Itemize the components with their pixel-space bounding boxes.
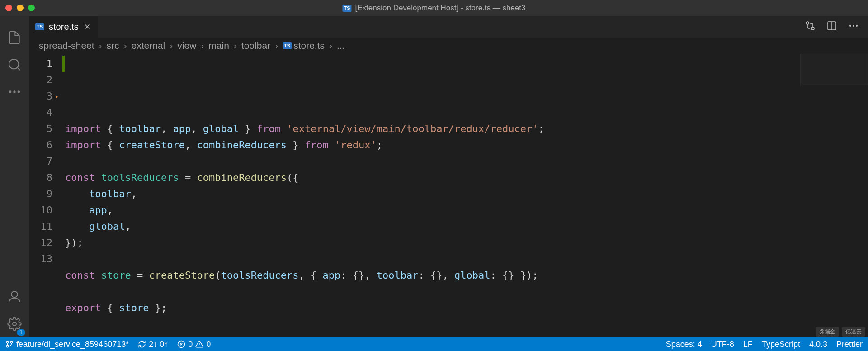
tab-bar: TS store.ts xyxy=(29,16,868,38)
problems-status[interactable]: 0 0 xyxy=(177,340,211,349)
line-number: 8 xyxy=(29,170,52,186)
maximize-window-button[interactable] xyxy=(28,5,35,11)
chevron-right-icon: › xyxy=(234,40,237,51)
search-icon xyxy=(7,57,22,72)
line-number: 13 xyxy=(29,251,52,267)
line-number: 2 xyxy=(29,72,52,88)
watermark-badge: @掘金 xyxy=(816,327,839,337)
breadcrumb-tail[interactable]: ... xyxy=(337,40,345,51)
more-tab[interactable] xyxy=(0,78,29,105)
minimap[interactable] xyxy=(800,54,868,85)
code-line[interactable]: export { store }; xyxy=(65,300,868,316)
minimize-window-button[interactable] xyxy=(17,5,24,11)
error-count: 0 xyxy=(188,340,193,349)
warning-icon xyxy=(195,340,203,348)
ellipsis-icon xyxy=(7,85,22,99)
sync-status[interactable]: 2↓ 0↑ xyxy=(138,340,168,349)
close-window-button[interactable] xyxy=(5,5,12,11)
chevron-right-icon: › xyxy=(201,40,204,51)
svg-point-0 xyxy=(9,59,19,69)
git-branch-status[interactable]: feature/di_service_859460713* xyxy=(5,340,129,349)
line-number: 7 xyxy=(29,153,52,170)
fold-marker-icon[interactable]: ▸ xyxy=(55,88,59,104)
line-number: 1 xyxy=(29,56,52,72)
line-number: 12 xyxy=(29,235,52,251)
code-line[interactable]: global, xyxy=(65,218,868,235)
svg-point-13 xyxy=(849,25,851,27)
explorer-tab[interactable] xyxy=(0,24,29,51)
settings-badge: 1 xyxy=(17,329,25,336)
titlebar: TS [Extension Development Host] - store.… xyxy=(0,0,868,16)
editor-actions xyxy=(805,16,868,38)
more-actions-button[interactable] xyxy=(848,20,859,33)
breadcrumb-part[interactable]: src xyxy=(107,40,119,51)
code-line[interactable]: app, xyxy=(65,202,868,218)
svg-point-15 xyxy=(856,25,858,27)
svg-point-6 xyxy=(13,322,16,326)
svg-point-9 xyxy=(806,22,809,24)
svg-point-18 xyxy=(10,341,13,343)
svg-point-4 xyxy=(18,90,20,93)
window-title-text: [Extension Development Host] - store.ts … xyxy=(355,4,526,13)
compare-changes-button[interactable] xyxy=(805,20,816,33)
breadcrumb-file[interactable]: store.ts xyxy=(293,40,325,51)
code-line[interactable]: import { toolbar, app, global } from 'ex… xyxy=(65,121,868,137)
line-number: 9 xyxy=(29,186,52,202)
status-bar: feature/di_service_859460713* 2↓ 0↑ 0 0 … xyxy=(0,337,868,351)
svg-point-16 xyxy=(6,341,9,343)
split-editor-button[interactable] xyxy=(826,20,837,33)
chevron-right-icon: › xyxy=(275,40,278,51)
encoding-status[interactable]: UTF-8 xyxy=(711,340,734,349)
chevron-right-icon: › xyxy=(170,40,173,51)
line-number: 6 xyxy=(29,137,52,153)
modified-line-marker xyxy=(62,56,65,72)
breadcrumb-part[interactable]: toolbar xyxy=(241,40,270,51)
svg-point-3 xyxy=(13,90,15,93)
code-line[interactable] xyxy=(65,316,868,332)
code-line[interactable] xyxy=(65,153,868,170)
code-line[interactable]: toolbar, xyxy=(65,186,868,202)
watermark-badge: 亿速云 xyxy=(842,327,865,337)
code-line[interactable] xyxy=(65,284,868,300)
breadcrumb-part[interactable]: main xyxy=(208,40,229,51)
code-line[interactable]: const store = createStore(toolsReducers,… xyxy=(65,267,868,284)
split-icon xyxy=(826,20,837,31)
language-status[interactable]: TypeScript xyxy=(762,340,800,349)
code-line[interactable]: import { createStore, combineReducers } … xyxy=(65,137,868,153)
ts-file-icon: TS xyxy=(35,23,44,30)
code-line[interactable]: const toolsReducers = combineReducers({ xyxy=(65,170,868,186)
svg-point-2 xyxy=(9,90,11,93)
window-controls xyxy=(5,5,35,11)
error-icon xyxy=(177,340,185,348)
line-number: 5 xyxy=(29,121,52,137)
chevron-right-icon: › xyxy=(99,40,102,51)
svg-point-5 xyxy=(11,291,17,297)
breadcrumb-part[interactable]: view xyxy=(177,40,196,51)
main-area: 1 TS store.ts xyxy=(0,16,868,337)
breadcrumb-part[interactable]: spread-sheet xyxy=(39,40,94,51)
formatter-status[interactable]: Prettier xyxy=(836,340,863,349)
eol-status[interactable]: LF xyxy=(743,340,753,349)
code-line[interactable] xyxy=(65,251,868,267)
line-number-gutter: 12345678910111213 xyxy=(29,54,65,337)
line-number: 10 xyxy=(29,202,52,218)
branch-name: feature/di_service_859460713* xyxy=(16,340,129,349)
activity-bar: 1 xyxy=(0,16,29,337)
tab-close-button[interactable] xyxy=(83,23,91,31)
code-content[interactable]: ▸ import { toolbar, app, global } from '… xyxy=(65,54,868,337)
code-line[interactable]: }); xyxy=(65,235,868,251)
account-icon xyxy=(7,289,22,304)
account-tab[interactable] xyxy=(0,283,29,310)
breadcrumb-part[interactable]: external xyxy=(132,40,165,51)
git-compare-icon xyxy=(805,20,816,31)
breadcrumb[interactable]: spread-sheet› src› external› view› main›… xyxy=(29,38,868,54)
ts-version-status[interactable]: 4.0.3 xyxy=(809,340,827,349)
watermark: @掘金 亿速云 xyxy=(816,327,865,337)
git-branch-icon xyxy=(5,340,14,348)
tab-store-ts[interactable]: TS store.ts xyxy=(29,16,98,38)
code-editor[interactable]: 12345678910111213 ▸ import { toolbar, ap… xyxy=(29,54,868,337)
indentation-status[interactable]: Spaces: 4 xyxy=(666,340,702,349)
search-tab[interactable] xyxy=(0,51,29,78)
files-icon xyxy=(7,30,22,45)
tab-label: store.ts xyxy=(49,22,79,32)
